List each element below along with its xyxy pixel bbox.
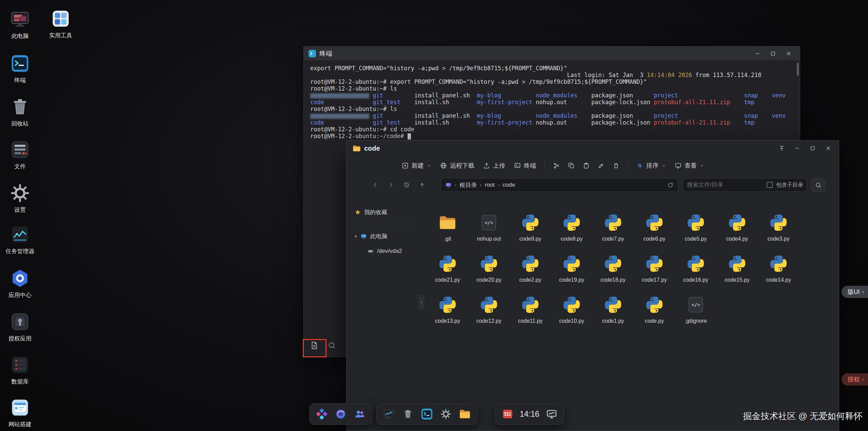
back-button[interactable] (369, 179, 382, 191)
python-file-icon (439, 296, 456, 314)
folder-icon[interactable] (459, 408, 471, 420)
file-item[interactable]: code21.py (428, 255, 467, 296)
desktop-icon-task-manager[interactable]: 任务管理器 (0, 225, 40, 255)
breadcrumb-separator-icon: › (498, 182, 499, 188)
file-item[interactable]: code18.py (593, 255, 633, 296)
browser-icon[interactable] (335, 408, 347, 420)
trash-icon[interactable] (402, 408, 414, 420)
terminal-titlebar[interactable]: 终端 (304, 46, 800, 61)
desktop-icon-settings[interactable]: 设置 (0, 183, 40, 214)
file-item[interactable]: code13.py (428, 296, 467, 337)
sidebar-item-favorites[interactable]: ★ 我的收藏 (355, 207, 423, 217)
file-item[interactable]: code4.py (717, 214, 757, 255)
desktop-icon-terminal[interactable]: 终端 (0, 54, 40, 84)
desktop-icon-licensed-apps[interactable]: 授权应用 (0, 312, 40, 342)
file-name: code11.py (518, 318, 543, 324)
breadcrumb-current[interactable]: code (502, 182, 515, 188)
file-item[interactable]: code16.py (676, 255, 715, 296)
desktop-icon-database[interactable]: 数据库 (0, 355, 40, 386)
fm-minimize-button[interactable] (789, 143, 805, 154)
file-item[interactable]: code.py (635, 296, 674, 337)
file-item[interactable]: code10.py (552, 296, 591, 337)
desktop-icon-website-builder[interactable]: 网站搭建 (0, 398, 40, 428)
upload-button[interactable]: 上传 (479, 159, 510, 172)
history-button[interactable] (400, 179, 413, 191)
desktop-icon-files[interactable]: 文件 (0, 140, 40, 170)
computer-icon (360, 233, 367, 240)
terminal-output[interactable]: export PROMPT_COMMAND="history -a;pwd > … (304, 61, 800, 139)
sidebar-item-volume[interactable]: /dev/vda2 (368, 246, 423, 256)
recycle-bin-icon (10, 97, 30, 117)
copy-icon[interactable] (564, 160, 579, 172)
rename-icon[interactable] (594, 160, 609, 172)
file-item[interactable]: code9.py (511, 214, 550, 255)
breadcrumb-user[interactable]: root (485, 182, 495, 188)
breadcrumb-root[interactable]: 根目录 (459, 181, 477, 189)
file-manager-titlebar[interactable]: code (347, 140, 839, 156)
edge-new-ui-button[interactable]: 版UI› (842, 286, 868, 298)
terminal-minimize-button[interactable] (750, 48, 765, 59)
clock-text[interactable]: 14:16 (518, 410, 541, 419)
task-manager-icon[interactable] (383, 408, 395, 420)
new-button[interactable]: 新建 (397, 159, 436, 172)
include-subdir-checkbox[interactable] (767, 182, 773, 188)
search-input[interactable] (687, 182, 763, 188)
sidebar-item-this-pc[interactable]: ▾ 此电脑 (355, 231, 423, 241)
desktop-icon-this-pc[interactable]: 此电脑 (0, 10, 40, 40)
terminal-close-button[interactable] (781, 48, 796, 59)
file-item[interactable]: code8.py (552, 214, 591, 255)
file-item[interactable]: code14.py (759, 255, 798, 296)
file-item[interactable]: .git (428, 214, 467, 255)
file-item[interactable]: code5.py (676, 214, 715, 255)
file-item[interactable]: code11.py (511, 296, 550, 337)
utilities-icon (51, 9, 71, 29)
file-item[interactable]: .gitignore (676, 296, 715, 337)
computer-icon (445, 182, 452, 188)
chevron-down-icon (662, 164, 666, 168)
file-item[interactable]: code3.py (759, 214, 798, 255)
users-icon[interactable] (354, 408, 366, 420)
sidebar-collapse-handle[interactable]: ‹ (419, 295, 424, 309)
sort-button[interactable]: 排序 (632, 159, 670, 172)
file-item[interactable]: code19.py (552, 255, 591, 296)
terminal-scrollbar[interactable] (797, 63, 799, 76)
calendar-icon[interactable] (501, 408, 514, 420)
watermark: 掘金技术社区 @ 无爱如何释怀 (743, 410, 863, 422)
file-name: code9.py (519, 236, 541, 242)
forward-button[interactable] (384, 179, 397, 191)
python-file-icon (480, 255, 498, 273)
cut-icon[interactable] (549, 160, 564, 172)
fm-close-button[interactable] (821, 143, 836, 154)
refresh-icon[interactable] (667, 182, 674, 188)
display-icon[interactable] (546, 408, 558, 420)
file-item[interactable]: code17.py (635, 255, 674, 296)
terminal-footer-circle-icon[interactable] (327, 340, 337, 351)
up-level-button[interactable] (416, 179, 429, 191)
pin-top-icon[interactable] (774, 143, 789, 154)
file-item[interactable]: code15.py (717, 255, 757, 296)
file-item[interactable]: nohup.out (469, 214, 509, 255)
file-item[interactable]: code1.py (593, 296, 633, 337)
file-item[interactable]: code7.py (593, 214, 633, 255)
file-item[interactable]: code12.py (469, 296, 509, 337)
desktop-icon-recycle-bin[interactable]: 回收站 (0, 97, 40, 128)
terminal-icon[interactable] (421, 408, 433, 420)
remote-download-button[interactable]: 远程下载 (436, 159, 479, 172)
settings-gear-icon[interactable] (440, 408, 452, 420)
search-button[interactable] (811, 178, 825, 192)
desktop-icon-app-center[interactable]: 应用中心 (0, 268, 40, 299)
app-grid-icon[interactable] (316, 408, 328, 420)
file-item[interactable]: code6.py (635, 214, 674, 255)
fm-maximize-button[interactable] (805, 143, 821, 154)
open-terminal-button[interactable]: 终端 (510, 159, 540, 172)
edge-auth-button[interactable]: 授权› (842, 373, 868, 386)
delete-icon[interactable] (609, 160, 624, 172)
view-button[interactable]: 查看 (670, 159, 709, 172)
paste-icon[interactable] (579, 160, 594, 172)
file-item[interactable]: code20.py (469, 255, 509, 296)
file-item[interactable]: code2.py (511, 255, 550, 296)
search-box: 包含子目录 (683, 178, 807, 192)
desktop-icon-utilities[interactable]: 实用工具 (41, 9, 81, 39)
python-file-icon (770, 255, 787, 273)
terminal-maximize-button[interactable] (765, 48, 781, 59)
